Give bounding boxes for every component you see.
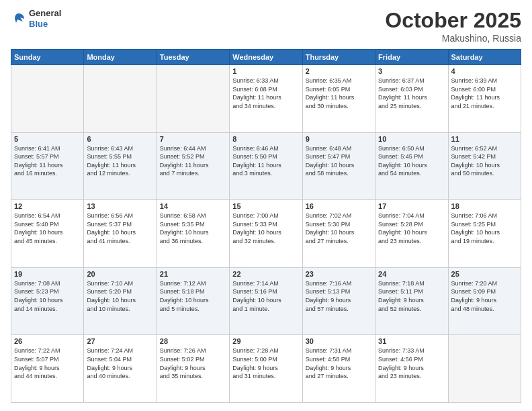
calendar-week-row: 19Sunrise: 7:08 AMSunset: 5:23 PMDayligh… <box>11 267 521 335</box>
table-row: 23Sunrise: 7:16 AMSunset: 5:13 PMDayligh… <box>302 267 375 335</box>
table-row: 22Sunrise: 7:14 AMSunset: 5:16 PMDayligh… <box>230 267 302 335</box>
table-row: 3Sunrise: 6:37 AMSunset: 6:03 PMDaylight… <box>375 65 448 133</box>
title-block: October 2025 Makushino, Russia <box>385 8 521 44</box>
calendar-week-row: 26Sunrise: 7:22 AMSunset: 5:07 PMDayligh… <box>11 335 521 403</box>
table-row: 20Sunrise: 7:10 AMSunset: 5:20 PMDayligh… <box>84 267 157 335</box>
table-row <box>11 65 84 133</box>
calendar-week-row: 12Sunrise: 6:54 AMSunset: 5:40 PMDayligh… <box>11 200 521 268</box>
table-row <box>448 335 521 403</box>
col-sunday: Sunday <box>11 50 84 65</box>
table-row: 18Sunrise: 7:06 AMSunset: 5:25 PMDayligh… <box>448 200 521 268</box>
table-row: 6Sunrise: 6:43 AMSunset: 5:55 PMDaylight… <box>84 132 157 200</box>
table-row: 4Sunrise: 6:39 AMSunset: 6:00 PMDaylight… <box>448 65 521 133</box>
col-friday: Friday <box>375 50 448 65</box>
table-row: 9Sunrise: 6:48 AMSunset: 5:47 PMDaylight… <box>302 132 375 200</box>
table-row: 14Sunrise: 6:58 AMSunset: 5:35 PMDayligh… <box>157 200 229 268</box>
table-row: 12Sunrise: 6:54 AMSunset: 5:40 PMDayligh… <box>11 200 84 268</box>
calendar-week-row: 5Sunrise: 6:41 AMSunset: 5:57 PMDaylight… <box>11 132 521 200</box>
table-row: 11Sunrise: 6:52 AMSunset: 5:42 PMDayligh… <box>448 132 521 200</box>
table-row: 21Sunrise: 7:12 AMSunset: 5:18 PMDayligh… <box>157 267 229 335</box>
col-thursday: Thursday <box>302 50 375 65</box>
table-row: 7Sunrise: 6:44 AMSunset: 5:52 PMDaylight… <box>157 132 229 200</box>
table-row: 16Sunrise: 7:02 AMSunset: 5:30 PMDayligh… <box>302 200 375 268</box>
table-row: 25Sunrise: 7:20 AMSunset: 5:09 PMDayligh… <box>448 267 521 335</box>
month-title: October 2025 <box>385 8 521 33</box>
table-row: 28Sunrise: 7:26 AMSunset: 5:02 PMDayligh… <box>157 335 229 403</box>
table-row: 13Sunrise: 6:56 AMSunset: 5:37 PMDayligh… <box>84 200 157 268</box>
table-row: 5Sunrise: 6:41 AMSunset: 5:57 PMDaylight… <box>11 132 84 200</box>
location: Makushino, Russia <box>385 33 521 44</box>
table-row: 24Sunrise: 7:18 AMSunset: 5:11 PMDayligh… <box>375 267 448 335</box>
table-row: 26Sunrise: 7:22 AMSunset: 5:07 PMDayligh… <box>11 335 84 403</box>
page-header: General Blue October 2025 Makushino, Rus… <box>11 8 521 44</box>
col-saturday: Saturday <box>448 50 521 65</box>
table-row: 27Sunrise: 7:24 AMSunset: 5:04 PMDayligh… <box>84 335 157 403</box>
table-row: 1Sunrise: 6:33 AMSunset: 6:08 PMDaylight… <box>230 65 302 133</box>
calendar-table: Sunday Monday Tuesday Wednesday Thursday… <box>11 49 521 403</box>
col-wednesday: Wednesday <box>230 50 302 65</box>
table-row: 30Sunrise: 7:31 AMSunset: 4:58 PMDayligh… <box>302 335 375 403</box>
table-row <box>84 65 157 133</box>
table-row: 10Sunrise: 6:50 AMSunset: 5:45 PMDayligh… <box>375 132 448 200</box>
table-row <box>157 65 229 133</box>
table-row: 8Sunrise: 6:46 AMSunset: 5:50 PMDaylight… <box>230 132 302 200</box>
calendar-header-row: Sunday Monday Tuesday Wednesday Thursday… <box>11 50 521 65</box>
table-row: 31Sunrise: 7:33 AMSunset: 4:56 PMDayligh… <box>375 335 448 403</box>
logo-bird-icon <box>11 11 27 27</box>
table-row: 2Sunrise: 6:35 AMSunset: 6:05 PMDaylight… <box>302 65 375 133</box>
table-row: 17Sunrise: 7:04 AMSunset: 5:28 PMDayligh… <box>375 200 448 268</box>
logo: General Blue <box>11 8 61 29</box>
calendar-week-row: 1Sunrise: 6:33 AMSunset: 6:08 PMDaylight… <box>11 65 521 133</box>
table-row: 29Sunrise: 7:28 AMSunset: 5:00 PMDayligh… <box>230 335 302 403</box>
col-tuesday: Tuesday <box>157 50 229 65</box>
table-row: 19Sunrise: 7:08 AMSunset: 5:23 PMDayligh… <box>11 267 84 335</box>
col-monday: Monday <box>84 50 157 65</box>
table-row: 15Sunrise: 7:00 AMSunset: 5:33 PMDayligh… <box>230 200 302 268</box>
